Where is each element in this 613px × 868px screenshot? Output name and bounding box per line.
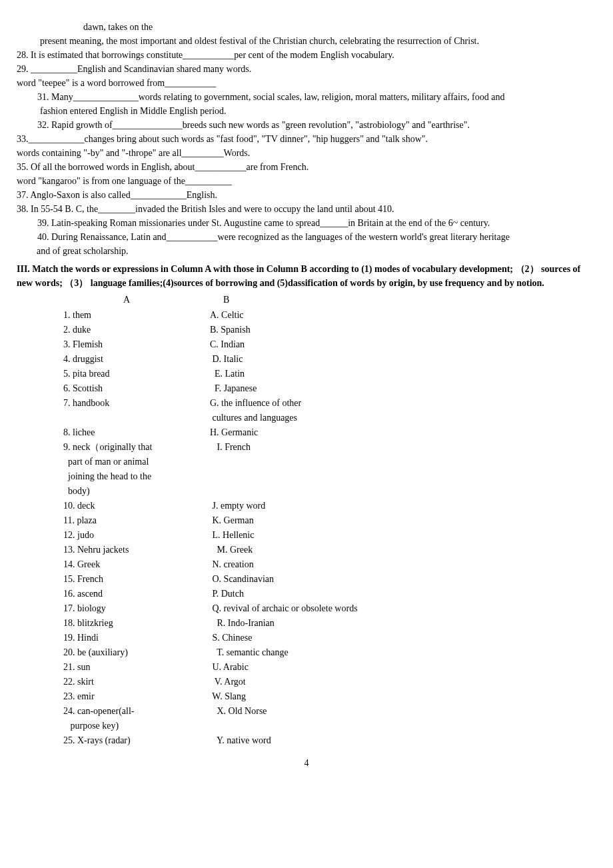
q38: 38. In 55-54 B. C, the________invaded th… [17, 202, 596, 216]
col-b-item: cultures and languages [210, 411, 476, 425]
q32: 32. Rapid growth of_______________breeds… [17, 118, 596, 132]
col-b-item: S. Chinese [210, 631, 476, 645]
col-a-item: 10. deck [63, 499, 210, 513]
col-a-item: 3. Flemish [63, 337, 210, 351]
col-a-item: 9. neck（originally that [63, 440, 210, 454]
col-a-item: joining the head to the [63, 469, 210, 483]
col-b-header: B [210, 293, 476, 307]
col-a-item: 22. skirt [63, 675, 210, 689]
q-teepee: word "teepee" is a word borrowed from___… [17, 76, 596, 90]
col-a-item: 7. handbook [63, 396, 210, 410]
col-b-item: C. Indian [210, 337, 476, 351]
col-b-item: D. Italic [210, 352, 476, 366]
col-b-item [210, 469, 476, 483]
q-kangaroo: word "kangaroo" is from one language of … [17, 174, 596, 188]
q33: 33.____________changes bring about such … [17, 132, 596, 146]
col-a-item: 23. emir [63, 689, 210, 703]
col-a-header: A [63, 293, 210, 307]
col-b-item: A. Celtic [210, 308, 476, 322]
col-b-item [210, 719, 476, 733]
col-a-item: 13. Nehru jackets [63, 543, 210, 557]
col-b-item: T. semantic change [210, 645, 476, 659]
col-a-item: 20. be (auxiliary) [63, 645, 210, 659]
col-b-item: W. Slang [210, 689, 476, 703]
q28: 28. It is estimated that borrowings cons… [17, 48, 596, 62]
col-b-item: P. Dutch [210, 587, 476, 601]
col-a-item: 8. lichee [63, 425, 210, 439]
col-a-item: 16. ascend [63, 587, 210, 601]
col-a-item: 18. blitzkrieg [63, 616, 210, 630]
col-b-item: Y. native word [210, 733, 476, 747]
col-b-item: O. Scandinavian [210, 572, 476, 586]
col-a-item: 24. can-opener(all- [63, 704, 210, 718]
q39: 39. Latin-speaking Roman missionaries un… [17, 216, 596, 230]
col-b-item: X. Old Norse [210, 704, 476, 718]
q29: 29. __________English and Scandinavian s… [17, 62, 596, 76]
section-3-title: III. Match the words or expressions in C… [17, 262, 596, 290]
col-b-item: Q. revival of archaic or obsolete words [210, 601, 476, 615]
col-b-item: E. Latin [210, 367, 476, 381]
line-present: present meaning, the most important and … [17, 34, 596, 48]
col-b-item [210, 455, 476, 469]
col-a-item: body) [63, 484, 210, 498]
col-a-item: 5. pita bread [63, 367, 210, 381]
col-a-item [63, 411, 210, 425]
col-a-item: 4. druggist [63, 352, 210, 366]
col-b-item: F. Japanese [210, 381, 476, 395]
col-b-item: J. empty word [210, 499, 476, 513]
column-b: B A. CelticB. SpanishC. Indian D. Italic… [210, 293, 476, 748]
col-b-item: M. Greek [210, 543, 476, 557]
col-b-item: V. Argot [210, 675, 476, 689]
q31: 31. Many______________words relating to … [17, 90, 596, 104]
q40-cont: and of great scholarship. [17, 244, 596, 258]
column-a: A 1. them2. duke3. Flemish4. druggist5. … [63, 293, 210, 748]
page-number: 4 [17, 756, 596, 770]
col-a-item: 21. sun [63, 660, 210, 674]
line-dawn: dawn, takes on the [17, 20, 596, 34]
col-a-item: 2. duke [63, 323, 210, 337]
col-b-item: H. Germanic [210, 425, 476, 439]
col-a-item: purpose key) [63, 719, 210, 733]
col-a-item: 25. X-rays (radar) [63, 733, 210, 747]
col-b-item [210, 484, 476, 498]
col-b-item: N. creation [210, 557, 476, 571]
q37: 37. Anglo-Saxon is also called__________… [17, 188, 596, 202]
q40: 40. During Renaissance, Latin and_______… [17, 230, 596, 244]
col-b-item: G. the influence of other [210, 396, 476, 410]
col-a-item: 1. them [63, 308, 210, 322]
col-a-item: 15. French [63, 572, 210, 586]
col-b-item: R. Indo-Iranian [210, 616, 476, 630]
q-by-thrope: words containing "-by" and "-thrope" are… [17, 146, 596, 160]
col-a-item: 14. Greek [63, 557, 210, 571]
col-a-item: 17. biology [63, 601, 210, 615]
col-b-item: K. German [210, 513, 476, 527]
col-b-item: L. Hellenic [210, 528, 476, 542]
match-table: A 1. them2. duke3. Flemish4. druggist5. … [17, 293, 596, 748]
q31-cont: fashion entered English in Middle Englis… [17, 104, 596, 118]
col-b-item: I. French [210, 440, 476, 454]
col-a-item: 11. plaza [63, 513, 210, 527]
col-a-item: 6. Scottish [63, 381, 210, 395]
col-a-item: 19. Hindi [63, 631, 210, 645]
q35: 35. Of all the borrowed words in English… [17, 160, 596, 174]
col-b-item: U. Arabic [210, 660, 476, 674]
col-a-item: part of man or animal [63, 455, 210, 469]
col-b-item: B. Spanish [210, 323, 476, 337]
col-a-item: 12. judo [63, 528, 210, 542]
